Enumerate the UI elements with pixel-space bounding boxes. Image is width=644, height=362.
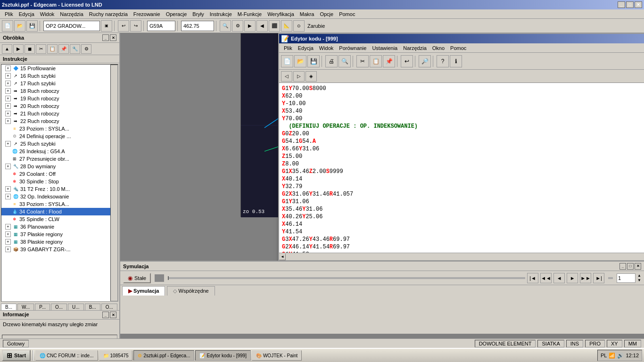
menu-instrukcje[interactable]: Instrukcje xyxy=(207,10,235,18)
expand-16[interactable]: + xyxy=(5,73,11,79)
expand-37[interactable]: + xyxy=(5,231,11,237)
sim-btn-step-back[interactable]: ◄ xyxy=(553,273,565,283)
ce-menu-ustawienia[interactable]: Ustawienia xyxy=(369,44,400,52)
tree-item-21[interactable]: + ➡ 21 Ruch roboczy xyxy=(1,110,110,117)
lp-btn-6[interactable]: 📌 xyxy=(58,44,69,54)
title-bar-buttons[interactable]: _ □ ✕ xyxy=(618,1,642,8)
tree-item-25[interactable]: + ↗ 25 Ruch szybki xyxy=(1,140,110,148)
menu-bryla[interactable]: Bryły xyxy=(190,10,206,18)
open-button[interactable]: 📂 xyxy=(14,20,25,32)
taskbar-btn-edytor[interactable]: 📝 Edytor kodu - [999] xyxy=(195,350,251,361)
menu-opcje[interactable]: Opcje xyxy=(317,10,336,18)
ce-menu-porownanie[interactable]: Porównanie xyxy=(336,44,369,52)
ce-menu-widok[interactable]: Widok xyxy=(316,44,337,52)
menu-edycja[interactable]: Edycja xyxy=(16,10,37,18)
value-input[interactable] xyxy=(181,21,214,31)
sim-speed-up[interactable]: ▲ xyxy=(637,273,641,278)
ce-t2-btn1[interactable]: ◁ xyxy=(281,71,292,82)
stale-button[interactable]: ◉ Stałe xyxy=(123,273,151,283)
ce-copy[interactable]: 📋 xyxy=(370,55,382,67)
obrobka-minimize[interactable]: _ xyxy=(102,34,109,41)
sim-btn-prev[interactable]: ◄◄ xyxy=(540,273,552,283)
sim-maximize[interactable]: □ xyxy=(627,263,634,270)
toolbar-icon-4[interactable]: ◀ xyxy=(256,20,268,32)
menu-frezowanie[interactable]: Frezowanie xyxy=(131,10,163,18)
sim-speed-down[interactable]: ▼ xyxy=(637,278,641,283)
menu-narzedzia[interactable]: Narzędzia xyxy=(57,10,86,18)
tree-item-27[interactable]: ⊞ 27 Przesunięcie obr... xyxy=(1,155,110,163)
new-button[interactable]: 📄 xyxy=(2,20,13,32)
sim-btn-next[interactable]: ►► xyxy=(580,273,591,283)
expand-15[interactable]: + xyxy=(5,66,11,71)
tree-item-29[interactable]: ❄ 29 Coolant : Off xyxy=(1,170,110,178)
toolbar-icon-3[interactable]: ▶ xyxy=(244,20,256,32)
tree-item-39[interactable]: + 📦 39 GABARYT ZGR-... xyxy=(1,246,110,253)
sim-slider-thumb[interactable] xyxy=(168,276,169,280)
sim-close[interactable]: ✕ xyxy=(635,263,641,270)
tree-item-18[interactable]: + ➡ 18 Ruch roboczy xyxy=(1,87,110,95)
info-minimize[interactable]: _ xyxy=(102,312,109,318)
tree-item-16[interactable]: + ↗ 16 Ruch szybki xyxy=(1,72,110,80)
tree-item-31[interactable]: + 🔩 31 T2 Frez : 10.0 M... xyxy=(1,185,110,193)
ce-open[interactable]: 📂 xyxy=(294,55,306,67)
menu-makra[interactable]: Makra xyxy=(297,10,317,18)
ce-t2-btn2[interactable]: ▷ xyxy=(293,71,305,82)
ce-undo[interactable]: ↩ xyxy=(401,55,413,67)
tree-item-26[interactable]: 🌐 26 Indeksuj : G54.A xyxy=(1,148,110,155)
ce-print[interactable]: 🖨 xyxy=(325,55,338,67)
tree-item-15[interactable]: + 🔷 15 Profilowanie xyxy=(1,65,110,72)
tree-item-34[interactable]: 💧 34 Coolant : Flood xyxy=(1,208,110,215)
tree-item-23[interactable]: ≡ 23 Poziom : SYSLA... xyxy=(1,125,110,132)
expand-21[interactable]: + xyxy=(5,111,11,116)
expand-22[interactable]: + xyxy=(5,118,11,124)
tree-item-28[interactable]: + 🔧 28 Do wymiany xyxy=(1,163,110,170)
lp-btn-3[interactable]: ◼ xyxy=(25,44,35,54)
undo-button[interactable]: ↩ xyxy=(118,20,129,32)
sim-speed-input[interactable] xyxy=(617,273,636,283)
sim-slider-track[interactable] xyxy=(168,277,525,279)
toolbar-icon-5[interactable]: ⬛ xyxy=(269,20,280,32)
expand-38[interactable]: + xyxy=(5,239,11,245)
close-button[interactable]: ✕ xyxy=(635,1,642,8)
koncentryczne-button[interactable]: ⊙ xyxy=(293,20,305,32)
expand-39[interactable]: + xyxy=(5,247,11,252)
code-content[interactable]: G1Y70.00S8000 X62.00 Y-10.00 X53.40 Y70.… xyxy=(279,83,644,253)
tab-w1[interactable]: W... xyxy=(17,304,34,310)
sim-btn-end[interactable]: ►| xyxy=(593,273,604,283)
instructions-scrollbar[interactable] xyxy=(110,65,118,301)
redo-button[interactable]: ↪ xyxy=(130,20,141,32)
menu-widok[interactable]: Widok xyxy=(37,10,58,18)
toolbar-icon-1[interactable]: 🔍 xyxy=(220,20,231,32)
expand-17[interactable]: + xyxy=(5,81,11,86)
taskbar-btn-edgecam[interactable]: ⚙ 2sztuki.ppf - Edgeca... xyxy=(133,350,194,361)
start-button[interactable]: ⊞ Start xyxy=(2,350,31,361)
expand-31[interactable]: + xyxy=(5,186,11,192)
sim-btn-step-fwd[interactable]: ► xyxy=(567,273,578,283)
lp-btn-5[interactable]: 📋 xyxy=(47,44,58,54)
code-h-scrollbar[interactable]: ◄ ► xyxy=(279,253,644,260)
tab-symulacja[interactable]: ▶ Symulacja xyxy=(122,286,165,296)
tree-item-32[interactable]: + 🌐 32 Op. Indeksowanie xyxy=(1,193,110,200)
op-icon[interactable]: ▣ xyxy=(101,20,112,32)
info-close[interactable]: ✕ xyxy=(110,312,116,318)
taskbar-btn-1085475[interactable]: 📁 1085475 xyxy=(99,350,133,361)
menu-mfunkcje[interactable]: M-Funkcje xyxy=(235,10,264,18)
tree-item-30[interactable]: ❄ 30 Spindle : Stop xyxy=(1,178,110,185)
expand-28[interactable]: + xyxy=(5,164,11,169)
tree-item-22[interactable]: + ➡ 22 Ruch roboczy xyxy=(1,117,110,125)
expand-19[interactable]: + xyxy=(5,96,11,101)
ce-menu-plik[interactable]: Plik xyxy=(281,44,295,52)
toolbar-icon-6[interactable]: 📐 xyxy=(281,20,292,32)
lp-btn-8[interactable]: ⚙ xyxy=(81,44,91,54)
expand-36[interactable]: + xyxy=(5,224,11,230)
menu-ruchy-narzedzia[interactable]: Ruchy narzędzia xyxy=(86,10,131,18)
taskbar-btn-forum[interactable]: 🌐 CNC FORUM :: inde... xyxy=(35,350,98,361)
expand-25[interactable]: + xyxy=(5,141,11,147)
ce-paste[interactable]: 📌 xyxy=(383,55,395,67)
tab-o1[interactable]: O... xyxy=(51,304,67,310)
ce-find-all[interactable]: 🔎 xyxy=(419,55,431,67)
lp-btn-4[interactable]: ✂ xyxy=(36,44,46,54)
expand-18[interactable]: + xyxy=(5,88,11,94)
expand-20[interactable]: + xyxy=(5,103,11,109)
taskbar-btn-paint[interactable]: 🎨 WOJTEK - Paint xyxy=(252,350,302,361)
